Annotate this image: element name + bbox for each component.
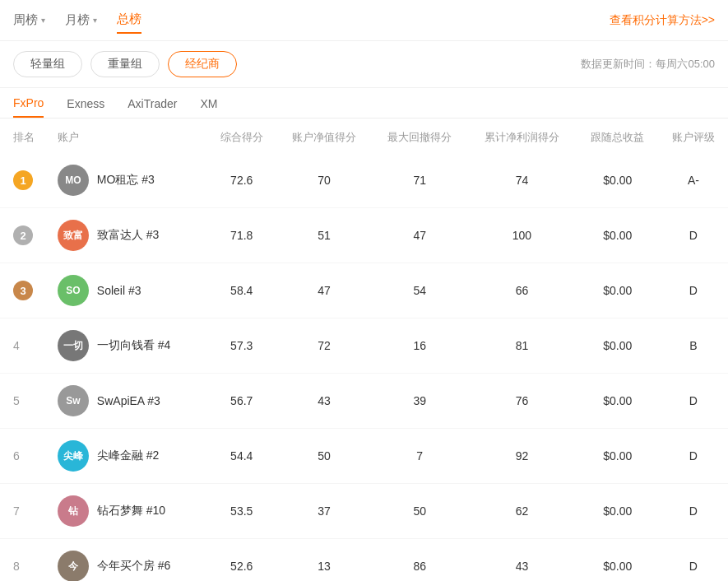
broker-tab-exness[interactable]: Exness [67, 97, 104, 117]
table-row[interactable]: 6 尖峰 尖峰金融 #2 54.4 50 7 92 $0.00 D [0, 429, 728, 484]
cell-drawdown: 7 [372, 429, 467, 484]
cell-total-income: $0.00 [577, 153, 659, 208]
account-name: 一切向钱看 #4 [97, 338, 170, 353]
account-name: SwApiEA #3 [97, 394, 160, 407]
table-row[interactable]: 5 Sw SwApiEA #3 56.7 43 39 76 $0.00 D [0, 374, 728, 429]
table-row[interactable]: 7 钻 钻石梦舞 #10 53.5 37 50 62 $0.00 D [0, 484, 728, 539]
account-name: MO租忘 #3 [97, 173, 155, 188]
cell-composite: 58.4 [207, 263, 276, 318]
cell-rating: D [659, 263, 728, 318]
avatar: Sw [58, 385, 89, 416]
avatar: 一切 [58, 330, 89, 361]
cell-profit: 81 [467, 318, 576, 374]
chevron-down-icon: ▾ [41, 16, 45, 25]
avatar: 今 [58, 551, 89, 581]
cell-rank: 1 [0, 153, 51, 208]
broker-tab-fxpro[interactable]: FxPro [13, 96, 44, 118]
filter-bar: 轻量组 重量组 经纪商 数据更新时间：每周六05:00 [0, 41, 728, 88]
col-profit: 累计净利润得分 [467, 119, 576, 153]
cell-drawdown: 50 [372, 484, 467, 539]
chevron-down-icon: ▾ [93, 16, 97, 25]
rank-number: 7 [13, 504, 20, 518]
cell-total-income: $0.00 [577, 318, 659, 374]
avatar: 致富 [58, 220, 89, 251]
cell-rating: B [659, 318, 728, 374]
col-net-value: 账户净值得分 [276, 119, 372, 153]
cell-profit: 66 [467, 263, 576, 318]
cell-rank: 4 [0, 318, 51, 374]
cell-total-income: $0.00 [577, 429, 659, 484]
cell-profit: 74 [467, 153, 576, 208]
table-row[interactable]: 2 致富 致富达人 #3 71.8 51 47 100 $0.00 D [0, 208, 728, 263]
account-name: 今年买个房 #6 [97, 559, 170, 574]
cell-account: 今 今年买个房 #6 [51, 539, 207, 582]
rank-badge: 3 [13, 281, 33, 300]
cell-drawdown: 54 [372, 263, 467, 318]
cell-drawdown: 47 [372, 208, 467, 263]
table-row[interactable]: 1 MO MO租忘 #3 72.6 70 71 74 $0.00 A- [0, 153, 728, 208]
broker-tab-axitrader[interactable]: AxiTrader [128, 97, 177, 117]
cell-drawdown: 16 [372, 318, 467, 374]
cell-rating: D [659, 484, 728, 539]
broker-tabs: FxPro Exness AxiTrader XM [0, 88, 728, 119]
cell-total-income: $0.00 [577, 208, 659, 263]
cell-account: 尖峰 尖峰金融 #2 [51, 429, 207, 484]
cell-account: 一切 一切向钱看 #4 [51, 318, 207, 374]
cell-net-value: 13 [276, 539, 372, 582]
cell-rating: D [659, 374, 728, 429]
cell-composite: 54.4 [207, 429, 276, 484]
cell-account: 致富 致富达人 #3 [51, 208, 207, 263]
cell-rating: D [659, 429, 728, 484]
avatar: MO [58, 165, 89, 196]
cell-net-value: 47 [276, 263, 372, 318]
ranking-table: 排名 账户 综合得分 账户净值得分 最大回撤得分 累计净利润得分 跟随总收益 账… [0, 119, 728, 581]
cell-total-income: $0.00 [577, 539, 659, 582]
filter-lightweight[interactable]: 轻量组 [13, 51, 82, 77]
nav-total[interactable]: 总榜 [117, 7, 141, 34]
cell-profit: 100 [467, 208, 576, 263]
update-info: 数据更新时间：每周六05:00 [581, 57, 715, 72]
table-row[interactable]: 8 今 今年买个房 #6 52.6 13 86 43 $0.00 D [0, 539, 728, 582]
cell-composite: 52.6 [207, 539, 276, 582]
col-drawdown: 最大回撤得分 [372, 119, 467, 153]
account-name: 钻石梦舞 #10 [97, 504, 165, 518]
table-row[interactable]: 4 一切 一切向钱看 #4 57.3 72 16 81 $0.00 B [0, 318, 728, 374]
cell-rank: 2 [0, 208, 51, 263]
cell-rank: 5 [0, 374, 51, 429]
rank-badge: 1 [13, 170, 33, 190]
nav-weekly[interactable]: 周榜 ▾ [13, 7, 45, 33]
filter-broker[interactable]: 经纪商 [168, 51, 237, 77]
cell-net-value: 43 [276, 374, 372, 429]
cell-net-value: 50 [276, 429, 372, 484]
avatar: SO [58, 275, 89, 306]
cell-drawdown: 71 [372, 153, 467, 208]
account-name: 尖峰金融 #2 [97, 449, 159, 463]
cell-account: MO MO租忘 #3 [51, 153, 207, 208]
account-name: 致富达人 #3 [97, 228, 159, 243]
cell-composite: 72.6 [207, 153, 276, 208]
cell-profit: 76 [467, 374, 576, 429]
cell-composite: 57.3 [207, 318, 276, 374]
cell-rank: 3 [0, 263, 51, 318]
filter-heavyweight[interactable]: 重量组 [90, 51, 160, 77]
account-name: Soleil #3 [97, 284, 141, 297]
cell-composite: 71.8 [207, 208, 276, 263]
score-method-link[interactable]: 查看积分计算方法>> [610, 13, 715, 28]
top-nav: 周榜 ▾ 月榜 ▾ 总榜 查看积分计算方法>> [0, 0, 728, 41]
rank-number: 5 [13, 394, 20, 407]
nav-monthly[interactable]: 月榜 ▾ [65, 7, 97, 33]
cell-total-income: $0.00 [577, 263, 659, 318]
cell-account: Sw SwApiEA #3 [51, 374, 207, 429]
cell-rank: 6 [0, 429, 51, 484]
cell-net-value: 51 [276, 208, 372, 263]
avatar: 尖峰 [58, 440, 89, 472]
cell-drawdown: 86 [372, 539, 467, 582]
table-row[interactable]: 3 SO Soleil #3 58.4 47 54 66 $0.00 D [0, 263, 728, 318]
cell-net-value: 37 [276, 484, 372, 539]
cell-rating: A- [659, 153, 728, 208]
rank-number: 6 [13, 449, 20, 462]
cell-composite: 53.5 [207, 484, 276, 539]
broker-tab-xm[interactable]: XM [200, 97, 217, 117]
cell-net-value: 70 [276, 153, 372, 208]
cell-total-income: $0.00 [577, 484, 659, 539]
